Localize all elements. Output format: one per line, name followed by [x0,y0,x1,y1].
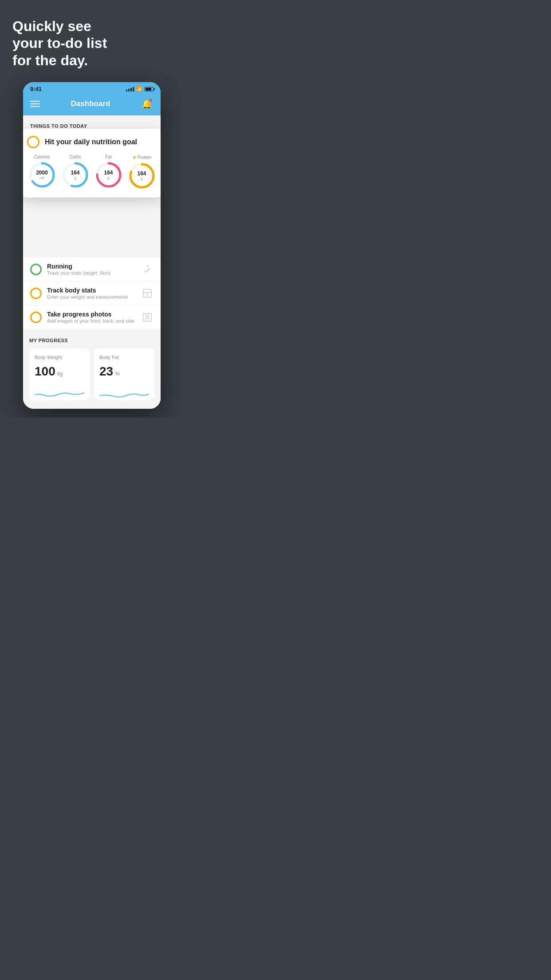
hamburger-menu-button[interactable] [30,101,40,107]
carbs-item[interactable]: Carbs 164 g [62,154,89,190]
running-title: Running [47,263,136,270]
star-icon: ★ [132,154,137,160]
progress-cards: Body Weight 100 kg Body Fat [29,348,154,400]
signal-icon [126,87,134,91]
todo-item-running[interactable]: Running Track your stats (target: 5km) [23,257,161,281]
protein-item[interactable]: ★ Protein 164 g [128,154,156,190]
body-stats-check-circle [30,288,42,299]
body-weight-chart [35,386,84,400]
todo-item-progress-photos[interactable]: Take progress photos Add images of your … [23,305,161,329]
status-icons: 📶 [126,86,153,92]
carbs-label: Carbs [69,154,81,159]
calories-label: Calories [34,154,50,159]
status-time: 9:41 [30,86,42,92]
fat-label: Fat [105,154,111,159]
todo-list: Running Track your stats (target: 5km) [23,257,161,329]
nutrition-check-circle[interactable] [27,136,39,148]
body-weight-card-title: Body Weight [35,355,84,360]
nutrition-items: Calories 2000 cal [27,154,157,190]
body-stats-title: Track body stats [47,287,136,294]
my-progress-section: MY PROGRESS Body Weight 100 kg [23,329,161,404]
things-todo-title: THINGS TO DO TODAY [30,123,87,129]
phone-shell: 9:41 📶 Dashboard [23,82,161,409]
nutrition-card: Hit your daily nutrition goal Calories [23,129,161,198]
calories-item[interactable]: Calories 2000 cal [28,154,56,190]
protein-ring: 164 g [128,162,156,190]
hero-title: Quickly see your to-do list for the day. [12,18,171,69]
body-fat-value: 23 [99,364,113,379]
progress-photos-title: Take progress photos [47,311,136,318]
status-bar: 9:41 📶 [23,82,161,94]
body-weight-value: 100 [35,364,55,379]
nav-title: Dashboard [71,99,110,108]
nutrition-card-title: Hit your daily nutrition goal [45,138,137,146]
notification-bell-button[interactable]: 🔔 [141,98,153,110]
hero-section: Quickly see your to-do list for the day. [0,0,184,78]
page-background: Quickly see your to-do list for the day.… [0,0,184,418]
person-icon [141,311,153,324]
protein-label: ★ Protein [132,154,152,160]
svg-point-12 [146,315,149,317]
body-weight-card[interactable]: Body Weight 100 kg [29,348,90,400]
body-fat-card-title: Body Fat [99,355,149,360]
fat-item[interactable]: Fat 164 g [95,154,122,190]
running-subtitle: Track your stats (target: 5km) [47,270,136,276]
my-progress-title: MY PROGRESS [29,338,154,343]
running-check-circle [30,264,42,275]
body-stats-subtitle: Enter your weight and measurements [47,294,136,300]
progress-photos-subtitle: Add images of your front, back, and side [47,318,136,324]
scale-icon [141,287,153,300]
body-fat-unit: % [115,371,120,377]
fat-ring: 164 g [95,161,122,189]
body-weight-unit: kg [57,371,63,377]
body-fat-chart [99,386,149,400]
calories-ring: 2000 cal [28,161,56,189]
progress-photos-check-circle [30,312,42,323]
todo-item-body-stats[interactable]: Track body stats Enter your weight and m… [23,281,161,305]
wifi-icon: 📶 [136,86,142,92]
carbs-ring: 164 g [62,161,89,189]
phone-content: THINGS TO DO TODAY Hit your daily nutrit… [23,115,161,409]
card-header: Hit your daily nutrition goal [27,136,157,148]
battery-icon [145,87,153,91]
running-icon [141,263,153,276]
body-fat-card[interactable]: Body Fat 23 % [94,348,154,400]
nav-bar: Dashboard 🔔 [23,94,161,115]
